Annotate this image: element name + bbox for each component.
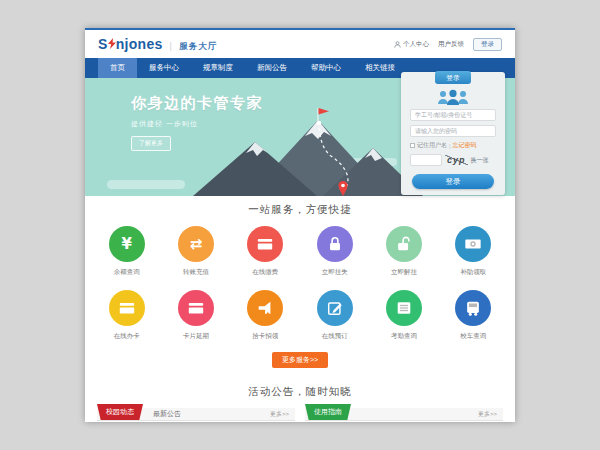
service-circle[interactable] [386,226,422,262]
service-item-unlock[interactable]: 立即解挂 [369,226,438,277]
services-grid: ¥ 余额查询 ⇄ 转账充值 在线缴费 [85,226,515,341]
feedback-label: 用户反馈 [438,40,464,49]
remember-checkbox[interactable] [410,143,415,148]
user-center-label: 个人中心 [403,40,429,49]
service-circle[interactable] [386,290,422,326]
yen-icon: ¥ [121,237,131,252]
services-title: 一站服务，方便快捷 [85,203,515,217]
service-label: 在线预订 [300,332,369,341]
nav-item-home[interactable]: 首页 [98,58,137,78]
campus-news-ribbon[interactable]: 校园动态 [97,404,143,420]
captcha-row: cyp 换一张 [410,154,496,166]
service-item-report-loss[interactable]: 立即挂失 [300,226,369,277]
hero-banner: 你身边的卡管专家 提供捷径 一步到位 了解更多 登录 记住用户名 | 忘记密码 [85,78,515,196]
services-section: 一站服务，方便快捷 ¥ 余额查询 ⇄ 转账充值 [85,196,515,368]
service-label: 余额查询 [92,268,161,277]
card-icon [187,299,205,317]
hero-text: 你身边的卡管专家 提供捷径 一步到位 了解更多 [131,94,263,151]
hero-cta-button[interactable]: 了解更多 [131,136,171,151]
person-icon [394,41,401,48]
login-panel: 登录 记住用户名 | 忘记密码 cyp 换一张 [401,72,505,195]
username-input[interactable] [410,109,496,121]
service-item-lost-found[interactable]: 拾卡招领 [231,290,300,341]
announcements-title: 活动公告，随时知晓 [85,385,515,399]
hero-title: 你身边的卡管专家 [131,94,263,113]
login-tab[interactable]: 登录 [435,71,471,84]
unlock-icon [395,235,413,253]
service-circle[interactable] [455,290,491,326]
panel-header: 校园动态 最新公告 更多>> [97,408,295,421]
more-services-button[interactable]: 更多服务>> [272,352,328,368]
service-item-transfer[interactable]: ⇄ 转账充值 [161,226,230,277]
latest-announcements-tab[interactable]: 最新公告 [153,409,181,419]
announcement-panels: 校园动态 最新公告 更多>> 使用指南 更多>> [85,408,515,421]
feedback-link[interactable]: 用户反馈 [438,40,464,49]
banknote-icon [464,235,482,253]
more-link[interactable]: 更多>> [478,410,497,419]
service-circle[interactable]: ⇄ [178,226,214,262]
forgot-password-link[interactable]: 忘记密码 [453,141,477,150]
lightning-bolt-icon [108,38,116,49]
service-label: 立即解挂 [369,268,438,277]
service-item-online-booking[interactable]: 在线预订 [300,290,369,341]
service-circle[interactable] [247,226,283,262]
service-circle[interactable] [455,226,491,262]
captcha-image[interactable]: cyp [445,155,468,165]
service-label: 卡片延期 [161,332,230,341]
nav-item-rules[interactable]: 规章制度 [191,58,245,78]
service-circle[interactable] [109,290,145,326]
header-right: 个人中心 用户反馈 登录 [394,38,502,51]
edit-icon [326,299,344,317]
lock-icon [326,235,344,253]
header: S njones | 服务大厅 个人中心 用户反馈 登录 [85,30,515,58]
card-icon [118,299,136,317]
service-circle[interactable] [317,290,353,326]
service-label: 校车查询 [439,332,508,341]
service-item-online-payment[interactable]: 在线缴费 [231,226,300,277]
captcha-input[interactable] [410,154,442,166]
nav-item-news[interactable]: 新闻公告 [245,58,299,78]
nav-item-links[interactable]: 相关链接 [353,58,407,78]
user-center-link[interactable]: 个人中心 [394,40,429,49]
refresh-captcha-link[interactable]: 换一张 [471,156,489,165]
list-icon [395,299,413,317]
campus-news-panel: 校园动态 最新公告 更多>> [97,408,295,421]
users-avatar-icon [435,89,471,105]
user-guide-panel: 使用指南 更多>> [305,408,503,421]
nav-item-service-center[interactable]: 服务中心 [137,58,191,78]
logo[interactable]: S njones | 服务大厅 [98,36,217,53]
service-circle[interactable] [178,290,214,326]
panel-header: 使用指南 更多>> [305,408,503,421]
remember-label: 记住用户名 [417,141,447,150]
service-item-apply-card[interactable]: 在线办卡 [92,290,161,341]
service-item-attendance[interactable]: 考勤查询 [369,290,438,341]
login-submit-button[interactable]: 登录 [412,174,494,189]
service-label: 转账充值 [161,268,230,277]
megaphone-icon [256,299,274,317]
transfer-arrows-icon: ⇄ [190,237,203,252]
service-item-balance[interactable]: ¥ 余额查询 [92,226,161,277]
user-guide-ribbon[interactable]: 使用指南 [305,404,351,420]
password-input[interactable] [410,125,496,137]
service-item-subsidy[interactable]: 补助领取 [439,226,508,277]
hero-subtitle: 提供捷径 一步到位 [131,119,263,129]
service-circle[interactable] [247,290,283,326]
service-circle[interactable] [317,226,353,262]
service-circle[interactable]: ¥ [109,226,145,262]
logo-text-first: S [98,36,108,52]
more-link[interactable]: 更多>> [270,410,289,419]
service-label: 在线办卡 [92,332,161,341]
service-label: 拾卡招领 [231,332,300,341]
service-label: 立即挂失 [300,268,369,277]
login-options: 记住用户名 | 忘记密码 [410,141,496,150]
nav-item-help-center[interactable]: 帮助中心 [299,58,353,78]
cloud-shape [107,180,185,189]
service-label: 在线缴费 [231,268,300,277]
service-item-school-bus[interactable]: 校车查询 [439,290,508,341]
header-login-button[interactable]: 登录 [473,38,502,51]
bank-card-icon [256,235,274,253]
logo-separator: | [170,41,173,51]
service-label: 补助领取 [439,268,508,277]
service-label: 考勤查询 [369,332,438,341]
service-item-card-renewal[interactable]: 卡片延期 [161,290,230,341]
